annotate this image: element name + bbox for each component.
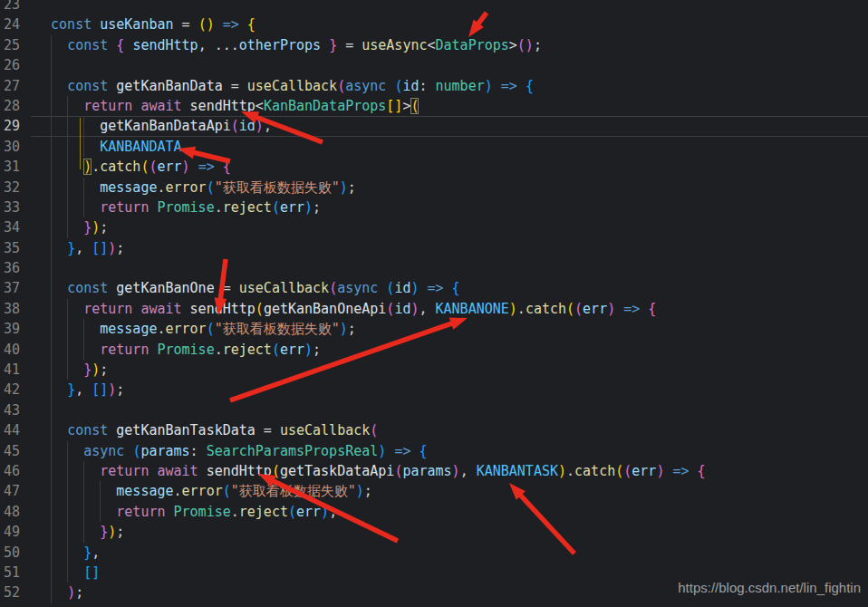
code-token: useCallback [247, 78, 337, 94]
code-token: => [672, 463, 689, 479]
line-number[interactable]: 51 [0, 563, 31, 583]
line-number[interactable]: 32 [0, 178, 31, 198]
code-line[interactable]: 39 message.error("获取看板数据失败"); [0, 319, 868, 339]
code-line[interactable]: 42 }, []); [0, 380, 868, 400]
line-number[interactable]: 34 [0, 217, 31, 237]
line-number[interactable]: 25 [0, 35, 31, 55]
code-token: ( [623, 463, 632, 479]
code-line-content: KANBANDATA [31, 137, 868, 157]
code-token: params [140, 443, 189, 459]
indent-guide [51, 238, 52, 258]
code-line[interactable]: 38 return await sendHttp(getKanBanOneApi… [0, 299, 868, 319]
code-line[interactable]: 26 [0, 55, 868, 75]
code-token: } [67, 381, 75, 398]
line-number[interactable]: 37 [0, 278, 31, 298]
line-number[interactable]: 47 [0, 481, 31, 501]
line-number[interactable]: 30 [0, 137, 31, 157]
code-token: await [140, 301, 181, 317]
code-line[interactable]: 45 async (params: SearchParamsPropsReal)… [0, 441, 868, 461]
indent-guide [67, 217, 68, 237]
code-line[interactable]: 27 const getKanBanData = useCallback(asy… [0, 76, 868, 96]
line-number[interactable]: 49 [0, 522, 31, 542]
code-line[interactable]: 29 getKanBanDataApi(id), [0, 116, 868, 136]
code-token [690, 463, 698, 479]
code-token: message [116, 483, 173, 499]
code-token: = [215, 280, 239, 296]
line-number[interactable]: 44 [0, 420, 31, 440]
code-token: getKanBanOneApi [264, 301, 386, 317]
code-line[interactable]: 37 const getKanBanOne = useCallback(asyn… [0, 278, 868, 298]
line-number[interactable]: 26 [0, 55, 31, 75]
code-line-content: }); [31, 360, 868, 380]
line-number[interactable]: 28 [0, 96, 31, 116]
code-token: DataProps [436, 37, 509, 53]
line-number[interactable]: 41 [0, 360, 31, 380]
code-line[interactable]: 32 message.error("获取看板数据失败"); [0, 178, 868, 198]
line-number[interactable]: 52 [0, 583, 31, 602]
indent-guide [83, 522, 84, 542]
code-line[interactable]: 49 }); [0, 522, 868, 542]
code-token: { [526, 78, 534, 94]
code-token [517, 78, 526, 94]
code-line[interactable]: 31 ).catch((err) => { [0, 157, 868, 177]
line-number[interactable]: 38 [0, 299, 31, 319]
line-number[interactable]: 23 [0, 0, 31, 14]
line-number[interactable]: 42 [0, 380, 31, 400]
code-token: return [116, 504, 165, 520]
code-token: ) [67, 584, 75, 601]
code-line[interactable]: 35 }, []); [0, 238, 868, 258]
code-line[interactable]: 46 return await sendHttp(getTaskDataApi(… [0, 461, 868, 481]
code-line[interactable]: 24 const useKanban = () => { [0, 14, 868, 34]
line-number[interactable]: 39 [0, 319, 31, 339]
code-token: KANBANONE [436, 301, 509, 317]
line-number[interactable]: 35 [0, 238, 31, 258]
code-token: message [100, 321, 157, 337]
code-token: id [402, 78, 419, 94]
code-token [34, 504, 116, 520]
code-token: getTaskDataApi [280, 463, 394, 479]
line-number[interactable]: 31 [0, 157, 31, 177]
code-line[interactable]: 40 return Promise.reject(err); [0, 340, 868, 360]
code-line[interactable]: 28 return await sendHttp<KanBanDataProps… [0, 96, 868, 116]
line-number[interactable]: 40 [0, 340, 31, 360]
code-line-content [31, 400, 868, 420]
code-token [215, 16, 223, 33]
code-line[interactable]: 44 const getKanBanTaskData = useCallback… [0, 420, 868, 440]
code-token: } [329, 37, 337, 53]
code-line[interactable]: 47 message.error("获取看板数据失败"); [0, 481, 868, 501]
code-line[interactable]: 48 return Promise.reject(err), [0, 502, 868, 522]
code-line-content: return Promise.reject(err), [31, 502, 868, 522]
line-number[interactable]: 24 [0, 14, 31, 34]
line-number[interactable]: 36 [0, 258, 31, 278]
code-line[interactable]: 30 KANBANDATA [0, 137, 868, 157]
line-number[interactable]: 45 [0, 441, 31, 461]
line-number[interactable]: 50 [0, 543, 31, 563]
code-token: ; [313, 199, 321, 216]
indent-guide [51, 76, 52, 96]
line-number[interactable]: 46 [0, 461, 31, 481]
code-token: KanBanDataProps [264, 98, 386, 114]
code-line[interactable]: 25 const { sendHttp, ...otherProps } = u… [0, 35, 868, 55]
code-token [34, 219, 83, 236]
line-number[interactable]: 43 [0, 400, 31, 420]
code-line[interactable]: 36 [0, 258, 868, 278]
line-number[interactable]: 48 [0, 502, 31, 522]
code-line[interactable]: 23 [0, 0, 868, 14]
code-line[interactable]: 34 }); [0, 217, 868, 237]
code-area[interactable]: 2324 const useKanban = () => {25 const {… [0, 0, 868, 603]
code-token: const [67, 280, 108, 296]
line-number[interactable]: 29 [0, 116, 31, 136]
code-line[interactable]: 50 }, [0, 543, 868, 563]
code-token: return [100, 463, 149, 479]
line-number[interactable]: 33 [0, 198, 31, 217]
indent-guide [51, 198, 52, 217]
code-token: otherProps [239, 37, 321, 53]
code-token: } [83, 544, 92, 561]
code-line[interactable]: 43 [0, 400, 868, 420]
code-line[interactable]: 33 return Promise.reject(err); [0, 198, 868, 217]
code-token: { [223, 159, 231, 175]
indent-guide [100, 481, 101, 501]
code-token: . [157, 321, 165, 337]
code-line[interactable]: 41 }); [0, 360, 868, 380]
line-number[interactable]: 27 [0, 76, 31, 96]
